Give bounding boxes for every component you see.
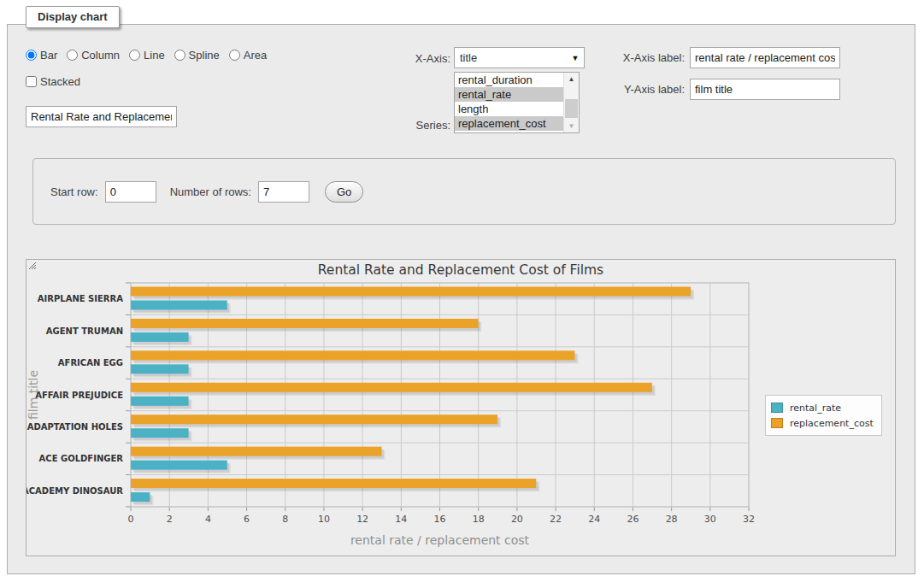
- x-tick-label: 10: [318, 514, 330, 525]
- fieldset-legend: Display chart: [26, 6, 120, 28]
- stacked-label: Stacked: [40, 75, 80, 88]
- x-tick-label: 32: [743, 514, 755, 525]
- x-axis-label-input[interactable]: [690, 47, 840, 68]
- bar-replacement_cost-ace-goldfinger: [131, 447, 381, 456]
- series-multiselect[interactable]: rental_durationrental_ratelengthreplacem…: [454, 72, 580, 133]
- bar-replacement_cost-adaptation-holes: [131, 414, 497, 424]
- x-tick-label: 12: [356, 514, 368, 525]
- x-tick-label: 28: [666, 514, 678, 525]
- legend-swatch-icon: [771, 403, 783, 413]
- chart-type-option-column[interactable]: Column: [67, 49, 120, 62]
- bar-rental_rate-agent-truman: [131, 332, 189, 342]
- category-label: AGENT TRUMAN: [46, 326, 123, 336]
- legend-swatch-icon: [771, 418, 783, 428]
- x-tick-label: 16: [434, 514, 446, 525]
- x-axis-label-caption: X-Axis label:: [599, 51, 685, 64]
- x-tick-label: 24: [588, 514, 600, 525]
- scroll-up-icon[interactable]: ▲: [564, 73, 579, 85]
- chevron-down-icon: ▼: [567, 54, 584, 62]
- x-tick-label: 4: [205, 514, 211, 525]
- scroll-down-icon[interactable]: ▼: [564, 120, 579, 132]
- chart-type-option-bar[interactable]: Bar: [26, 49, 57, 62]
- category-label: AIRPLANE SIERRA: [38, 294, 123, 303]
- category-label: AFRICAN EGG: [58, 358, 123, 367]
- chart-type-radio-spline[interactable]: [174, 50, 185, 61]
- chart-type-radio-area[interactable]: [229, 50, 240, 61]
- bar-replacement_cost-airplane-sierra: [131, 287, 691, 297]
- chart-title-input[interactable]: [26, 106, 177, 127]
- x-tick-label: 0: [128, 514, 134, 525]
- chart-legend: rental_ratereplacement_cost: [765, 395, 882, 436]
- series-option-rental_duration[interactable]: rental_duration: [455, 73, 564, 87]
- x-axis-select-value: title: [455, 51, 567, 64]
- chart-type-radio-column[interactable]: [67, 50, 78, 61]
- legend-label: replacement_cost: [790, 418, 874, 429]
- series-scrollbar[interactable]: ▲ ▼: [563, 73, 579, 132]
- start-row-input[interactable]: [105, 181, 156, 203]
- x-axis-select-label: X-Axis:: [382, 52, 450, 65]
- start-row-label: Start row:: [50, 185, 98, 198]
- y-axis-title: film title: [26, 370, 40, 420]
- category-label: ACE GOLDFINGER: [39, 454, 124, 463]
- resize-handle-icon[interactable]: [26, 260, 37, 270]
- chart-type-option-line[interactable]: Line: [129, 49, 165, 62]
- page: Display chart BarColumnLineSplineArea St…: [0, 0, 924, 582]
- bar-rental_rate-airplane-sierra: [131, 301, 227, 310]
- stacked-checkbox[interactable]: [26, 76, 37, 87]
- x-tick-label: 2: [167, 514, 173, 525]
- number-of-rows-input[interactable]: [258, 181, 309, 203]
- category-label: ADAPTATION HOLES: [27, 422, 123, 432]
- bar-replacement_cost-affair-prejudice: [131, 383, 652, 392]
- series-option-length[interactable]: length: [455, 102, 564, 116]
- x-tick-label: 14: [395, 514, 407, 525]
- series-option-replacement_cost[interactable]: replacement_cost: [455, 116, 564, 131]
- chart-type-option-spline[interactable]: Spline: [174, 49, 220, 62]
- category-label: AFFAIR PREJUDICE: [35, 391, 123, 400]
- scrollbar-thumb[interactable]: [565, 99, 578, 118]
- bar-replacement_cost-african-egg: [131, 350, 574, 360]
- y-axis-label-input[interactable]: [690, 79, 840, 100]
- x-tick-label: 30: [704, 514, 716, 525]
- y-axis-label-caption: Y-Axis label:: [599, 83, 685, 96]
- bar-rental_rate-adaptation-holes: [131, 428, 189, 438]
- chart-type-radios: BarColumnLineSplineArea: [26, 49, 267, 62]
- number-of-rows-label: Number of rows:: [170, 185, 251, 198]
- chart-type-label: Line: [144, 49, 165, 62]
- legend-label: rental_rate: [790, 403, 841, 414]
- category-label: ACADEMY DINOSAUR: [26, 486, 123, 496]
- bar-replacement_cost-agent-truman: [131, 319, 478, 328]
- series-options: rental_durationrental_ratelengthreplacem…: [455, 73, 564, 132]
- chart-type-label: Area: [244, 49, 267, 62]
- x-tick-label: 6: [244, 514, 250, 525]
- legend-item-replacement_cost: replacement_cost: [771, 415, 874, 431]
- chart-type-radio-bar[interactable]: [26, 50, 37, 61]
- chart-title: Rental Rate and Replacement Cost of Film…: [318, 262, 603, 278]
- chart-container: Rental Rate and Replacement Cost of Film…: [26, 259, 896, 556]
- chart-type-label: Spline: [189, 49, 220, 62]
- x-tick-label: 8: [282, 514, 288, 525]
- chart-type-label: Column: [81, 49, 120, 62]
- series-select-label: Series:: [382, 119, 450, 132]
- x-tick-label: 20: [511, 514, 523, 525]
- bar-rental_rate-african-egg: [131, 364, 189, 373]
- x-tick-label: 18: [473, 514, 485, 525]
- chart-type-label: Bar: [40, 49, 57, 62]
- series-option-rental_rate[interactable]: rental_rate: [455, 87, 564, 102]
- x-tick-label: 26: [627, 514, 639, 525]
- bar-rental_rate-ace-goldfinger: [131, 461, 227, 470]
- chart-type-option-area[interactable]: Area: [229, 49, 267, 62]
- bar-rental_rate-affair-prejudice: [131, 397, 189, 406]
- x-axis-title: rental rate / replacement cost: [350, 533, 530, 547]
- x-tick-label: 22: [550, 514, 562, 525]
- bar-rental_rate-academy-dinosaur: [131, 492, 150, 502]
- chart-type-radio-line[interactable]: [129, 50, 140, 61]
- legend-item-rental_rate: rental_rate: [771, 400, 874, 415]
- rows-panel: Start row: Number of rows: Go: [32, 158, 896, 225]
- bar-replacement_cost-academy-dinosaur: [131, 479, 536, 488]
- x-axis-select[interactable]: title ▼: [454, 47, 585, 68]
- stacked-checkbox-row[interactable]: Stacked: [26, 75, 80, 88]
- go-button[interactable]: Go: [325, 181, 363, 203]
